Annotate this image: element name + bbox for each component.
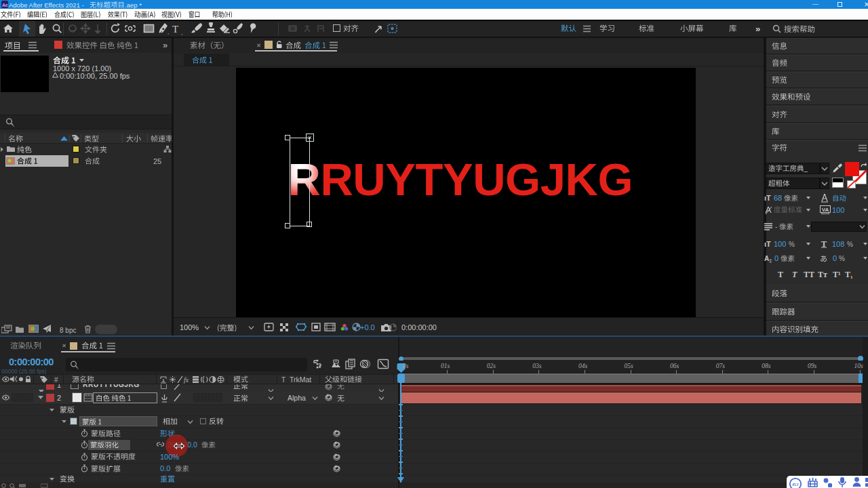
- svg-text:iFLY: iFLY: [792, 483, 799, 487]
- svg-text:R: R: [288, 154, 321, 205]
- svg-text:VA: VA: [822, 207, 829, 213]
- svg-text:RRUYTYUGJKG: RRUYTYUGJKG: [288, 154, 633, 205]
